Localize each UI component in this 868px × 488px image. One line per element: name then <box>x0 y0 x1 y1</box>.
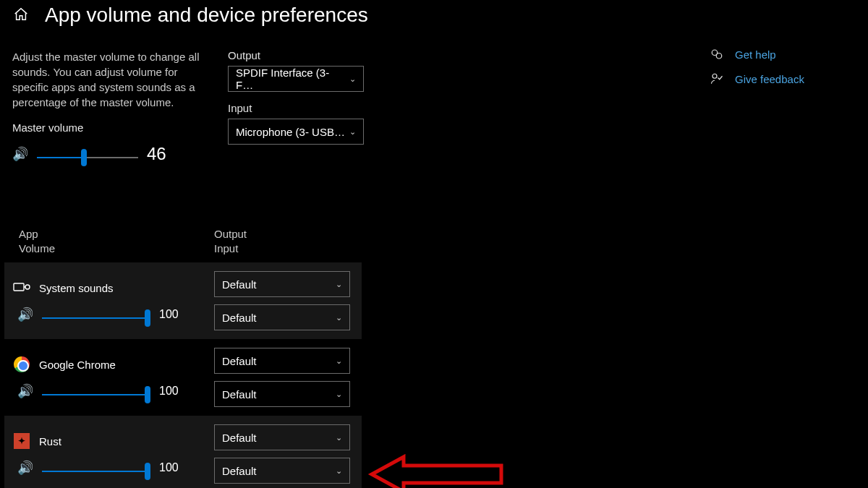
column-app-line1: App <box>19 227 214 241</box>
app-volume-slider[interactable] <box>42 471 150 472</box>
chevron-down-icon: ⌄ <box>349 74 356 84</box>
speaker-icon[interactable]: 🔊 <box>17 383 33 399</box>
chevron-down-icon: ⌄ <box>336 313 342 322</box>
chrome-icon <box>13 356 30 373</box>
annotation-arrow <box>367 454 505 488</box>
feedback-icon <box>709 72 725 85</box>
svg-point-4 <box>25 285 30 289</box>
app-input-dropdown[interactable]: Default⌄ <box>214 381 350 407</box>
app-input-value: Default <box>222 312 257 324</box>
chevron-down-icon: ⌄ <box>336 356 342 366</box>
chevron-down-icon: ⌄ <box>336 466 342 476</box>
app-input-dropdown[interactable]: Default⌄ <box>214 458 350 484</box>
svg-point-2 <box>712 74 717 78</box>
chevron-down-icon: ⌄ <box>349 127 356 137</box>
description-text: Adjust the master volume to change all s… <box>12 49 202 110</box>
app-volume-slider[interactable] <box>42 317 150 319</box>
app-input-dropdown[interactable]: Default⌄ <box>214 304 350 330</box>
app-name-label: System sounds <box>39 282 114 294</box>
svg-rect-3 <box>14 283 24 291</box>
master-volume-slider[interactable] <box>37 157 138 158</box>
app-output-value: Default <box>222 432 257 444</box>
app-row: ✦Rust🔊100Default⌄Default⌄ <box>4 416 362 488</box>
get-help-label: Get help <box>735 48 776 61</box>
master-volume-label: Master volume <box>12 121 202 134</box>
input-label: Input <box>228 102 373 114</box>
app-volume-value: 100 <box>159 308 179 321</box>
column-dev-line1: Output <box>214 227 247 241</box>
chevron-down-icon: ⌄ <box>336 390 342 399</box>
speaker-icon[interactable]: 🔊 <box>17 460 33 476</box>
help-icon <box>709 48 725 61</box>
output-device-value: SPDIF Interface (3- F… <box>236 67 349 91</box>
master-volume-value: 46 <box>147 144 176 164</box>
app-name-label: Google Chrome <box>39 359 116 371</box>
app-output-dropdown[interactable]: Default⌄ <box>214 424 350 450</box>
speaker-icon[interactable]: 🔊 <box>12 146 28 162</box>
page-title: App volume and device preferences <box>45 4 368 27</box>
system-sounds-icon <box>13 279 30 296</box>
app-name-label: Rust <box>39 435 61 448</box>
app-output-dropdown[interactable]: Default⌄ <box>214 348 350 374</box>
speaker-icon[interactable]: 🔊 <box>17 307 33 322</box>
get-help-link[interactable]: Get help <box>709 48 832 61</box>
app-volume-slider[interactable] <box>42 394 150 395</box>
svg-point-1 <box>716 53 722 59</box>
app-output-value: Default <box>222 278 257 291</box>
app-row: System sounds🔊100Default⌄Default⌄ <box>4 262 362 339</box>
chevron-down-icon: ⌄ <box>336 433 342 442</box>
app-volume-value: 100 <box>159 385 179 398</box>
input-device-dropdown[interactable]: Microphone (3- USB… ⌄ <box>228 119 364 145</box>
output-label: Output <box>228 49 373 61</box>
output-device-dropdown[interactable]: SPDIF Interface (3- F… ⌄ <box>228 66 364 92</box>
input-device-value: Microphone (3- USB… <box>236 126 345 138</box>
app-input-value: Default <box>222 465 257 477</box>
rust-icon: ✦ <box>13 432 30 450</box>
column-app-line2: Volume <box>19 241 214 256</box>
give-feedback-label: Give feedback <box>735 73 804 85</box>
app-output-dropdown[interactable]: Default⌄ <box>214 271 350 297</box>
home-icon[interactable] <box>13 7 29 25</box>
app-input-value: Default <box>222 388 257 401</box>
app-row: Google Chrome🔊100Default⌄Default⌄ <box>4 339 362 416</box>
chevron-down-icon: ⌄ <box>336 280 342 289</box>
app-output-value: Default <box>222 355 257 367</box>
app-volume-value: 100 <box>159 461 179 474</box>
column-dev-line2: Input <box>214 241 247 256</box>
give-feedback-link[interactable]: Give feedback <box>709 72 832 85</box>
